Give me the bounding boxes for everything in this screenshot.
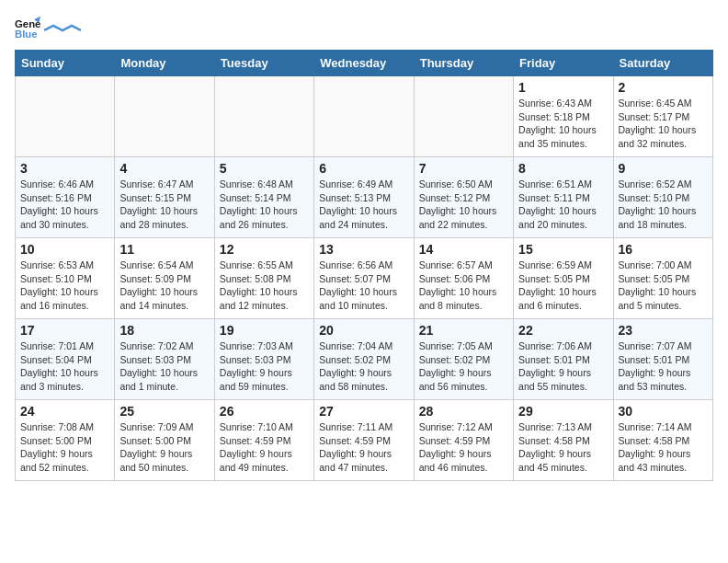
calendar-cell: 22Sunrise: 7:06 AM Sunset: 5:01 PM Dayli… <box>514 319 613 400</box>
day-number: 2 <box>619 80 708 95</box>
day-number: 13 <box>319 242 408 257</box>
col-header-saturday: Saturday <box>613 51 712 76</box>
calendar-cell: 11Sunrise: 6:54 AM Sunset: 5:09 PM Dayli… <box>115 238 214 319</box>
logo-wave <box>44 23 81 32</box>
day-number: 1 <box>518 80 608 95</box>
day-number: 20 <box>319 323 408 338</box>
day-number: 16 <box>619 242 708 257</box>
col-header-thursday: Thursday <box>414 51 513 76</box>
calendar-cell: 2Sunrise: 6:45 AM Sunset: 5:17 PM Daylig… <box>613 76 712 157</box>
svg-text:Blue: Blue <box>15 29 38 40</box>
day-number: 26 <box>220 404 309 419</box>
calendar-cell: 7Sunrise: 6:50 AM Sunset: 5:12 PM Daylig… <box>414 157 513 238</box>
calendar-cell: 26Sunrise: 7:10 AM Sunset: 4:59 PM Dayli… <box>214 400 313 481</box>
calendar-cell: 24Sunrise: 7:08 AM Sunset: 5:00 PM Dayli… <box>16 400 115 481</box>
day-info: Sunrise: 6:50 AM Sunset: 5:12 PM Dayligh… <box>419 178 508 232</box>
calendar-body: 1Sunrise: 6:43 AM Sunset: 5:18 PM Daylig… <box>16 76 713 481</box>
calendar-cell: 6Sunrise: 6:49 AM Sunset: 5:13 PM Daylig… <box>314 157 414 238</box>
calendar-cell: 23Sunrise: 7:07 AM Sunset: 5:01 PM Dayli… <box>613 319 712 400</box>
calendar-cell: 5Sunrise: 6:48 AM Sunset: 5:14 PM Daylig… <box>214 157 313 238</box>
day-info: Sunrise: 6:53 AM Sunset: 5:10 PM Dayligh… <box>20 259 109 313</box>
day-info: Sunrise: 6:49 AM Sunset: 5:13 PM Dayligh… <box>319 178 408 232</box>
col-header-wednesday: Wednesday <box>314 51 414 76</box>
day-info: Sunrise: 7:10 AM Sunset: 4:59 PM Dayligh… <box>220 420 309 475</box>
day-info: Sunrise: 6:45 AM Sunset: 5:17 PM Dayligh… <box>619 97 708 151</box>
day-number: 15 <box>518 242 608 257</box>
calendar-cell <box>16 76 115 157</box>
day-number: 3 <box>20 161 109 176</box>
day-info: Sunrise: 6:46 AM Sunset: 5:16 PM Dayligh… <box>20 178 109 232</box>
day-info: Sunrise: 6:56 AM Sunset: 5:07 PM Dayligh… <box>319 259 408 313</box>
calendar-cell: 27Sunrise: 7:11 AM Sunset: 4:59 PM Dayli… <box>314 400 414 481</box>
day-info: Sunrise: 6:54 AM Sunset: 5:09 PM Dayligh… <box>119 259 209 313</box>
calendar-cell: 8Sunrise: 6:51 AM Sunset: 5:11 PM Daylig… <box>514 157 613 238</box>
logo-icon: General Blue <box>15 15 40 40</box>
day-number: 25 <box>119 404 209 419</box>
day-number: 21 <box>419 323 508 338</box>
day-info: Sunrise: 7:06 AM Sunset: 5:01 PM Dayligh… <box>518 339 608 394</box>
day-number: 23 <box>619 323 708 338</box>
calendar-table: SundayMondayTuesdayWednesdayThursdayFrid… <box>15 50 713 481</box>
calendar-week-row: 3Sunrise: 6:46 AM Sunset: 5:16 PM Daylig… <box>16 157 713 238</box>
day-number: 22 <box>518 323 608 338</box>
calendar-week-row: 10Sunrise: 6:53 AM Sunset: 5:10 PM Dayli… <box>16 238 713 319</box>
day-number: 24 <box>20 404 109 419</box>
day-info: Sunrise: 7:05 AM Sunset: 5:02 PM Dayligh… <box>419 339 508 394</box>
calendar-cell: 10Sunrise: 6:53 AM Sunset: 5:10 PM Dayli… <box>16 238 115 319</box>
calendar-cell <box>314 76 414 157</box>
day-info: Sunrise: 7:08 AM Sunset: 5:00 PM Dayligh… <box>20 420 109 475</box>
day-number: 7 <box>419 161 508 176</box>
logo: General Blue <box>15 15 81 40</box>
calendar-cell <box>214 76 313 157</box>
calendar-cell: 12Sunrise: 6:55 AM Sunset: 5:08 PM Dayli… <box>214 238 313 319</box>
day-info: Sunrise: 6:57 AM Sunset: 5:06 PM Dayligh… <box>419 259 508 313</box>
day-info: Sunrise: 7:11 AM Sunset: 4:59 PM Dayligh… <box>319 420 408 475</box>
calendar-cell: 3Sunrise: 6:46 AM Sunset: 5:16 PM Daylig… <box>16 157 115 238</box>
day-number: 18 <box>119 323 209 338</box>
day-info: Sunrise: 7:02 AM Sunset: 5:03 PM Dayligh… <box>119 339 209 394</box>
col-header-sunday: Sunday <box>16 51 115 76</box>
day-info: Sunrise: 6:47 AM Sunset: 5:15 PM Dayligh… <box>119 178 209 232</box>
calendar-cell: 20Sunrise: 7:04 AM Sunset: 5:02 PM Dayli… <box>314 319 414 400</box>
day-number: 8 <box>518 161 608 176</box>
page-header: General Blue <box>15 15 713 40</box>
day-number: 9 <box>619 161 708 176</box>
calendar-cell: 19Sunrise: 7:03 AM Sunset: 5:03 PM Dayli… <box>214 319 313 400</box>
day-info: Sunrise: 6:48 AM Sunset: 5:14 PM Dayligh… <box>220 178 309 232</box>
calendar-cell: 30Sunrise: 7:14 AM Sunset: 4:58 PM Dayli… <box>613 400 712 481</box>
day-info: Sunrise: 7:09 AM Sunset: 5:00 PM Dayligh… <box>119 420 209 475</box>
day-number: 4 <box>119 161 209 176</box>
calendar-cell <box>414 76 513 157</box>
calendar-cell: 25Sunrise: 7:09 AM Sunset: 5:00 PM Dayli… <box>115 400 214 481</box>
day-number: 27 <box>319 404 408 419</box>
calendar-cell: 15Sunrise: 6:59 AM Sunset: 5:05 PM Dayli… <box>514 238 613 319</box>
calendar-cell: 13Sunrise: 6:56 AM Sunset: 5:07 PM Dayli… <box>314 238 414 319</box>
day-number: 11 <box>119 242 209 257</box>
day-info: Sunrise: 6:55 AM Sunset: 5:08 PM Dayligh… <box>220 259 309 313</box>
day-number: 30 <box>619 404 708 419</box>
col-header-tuesday: Tuesday <box>214 51 313 76</box>
day-number: 6 <box>319 161 408 176</box>
day-info: Sunrise: 7:00 AM Sunset: 5:05 PM Dayligh… <box>619 259 708 313</box>
calendar-cell: 9Sunrise: 6:52 AM Sunset: 5:10 PM Daylig… <box>613 157 712 238</box>
day-number: 28 <box>419 404 508 419</box>
day-info: Sunrise: 6:52 AM Sunset: 5:10 PM Dayligh… <box>619 178 708 232</box>
day-number: 14 <box>419 242 508 257</box>
day-info: Sunrise: 7:12 AM Sunset: 4:59 PM Dayligh… <box>419 420 508 475</box>
day-number: 29 <box>518 404 608 419</box>
day-info: Sunrise: 7:13 AM Sunset: 4:58 PM Dayligh… <box>518 420 608 475</box>
calendar-cell: 18Sunrise: 7:02 AM Sunset: 5:03 PM Dayli… <box>115 319 214 400</box>
day-info: Sunrise: 7:04 AM Sunset: 5:02 PM Dayligh… <box>319 339 408 394</box>
calendar-cell: 29Sunrise: 7:13 AM Sunset: 4:58 PM Dayli… <box>514 400 613 481</box>
day-info: Sunrise: 6:59 AM Sunset: 5:05 PM Dayligh… <box>518 259 608 313</box>
day-number: 17 <box>20 323 109 338</box>
day-info: Sunrise: 7:03 AM Sunset: 5:03 PM Dayligh… <box>220 339 309 394</box>
day-info: Sunrise: 7:01 AM Sunset: 5:04 PM Dayligh… <box>20 339 109 394</box>
day-number: 12 <box>220 242 309 257</box>
day-number: 5 <box>220 161 309 176</box>
calendar-cell: 14Sunrise: 6:57 AM Sunset: 5:06 PM Dayli… <box>414 238 513 319</box>
day-info: Sunrise: 7:14 AM Sunset: 4:58 PM Dayligh… <box>619 420 708 475</box>
day-number: 10 <box>20 242 109 257</box>
calendar-week-row: 1Sunrise: 6:43 AM Sunset: 5:18 PM Daylig… <box>16 76 713 157</box>
calendar-cell <box>115 76 214 157</box>
